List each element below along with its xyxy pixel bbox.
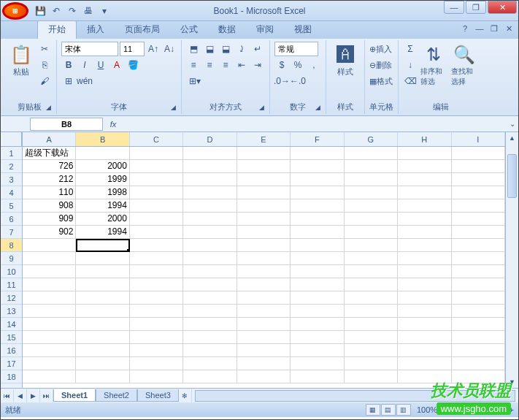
cell-B6[interactable]: 2000 <box>76 213 129 226</box>
cell-E6[interactable] <box>237 213 291 226</box>
cell-B11[interactable] <box>76 278 129 291</box>
cell-B7[interactable]: 1994 <box>76 226 129 239</box>
row-header-3[interactable]: 3 <box>1 173 22 186</box>
cell-B5[interactable]: 1994 <box>76 199 129 213</box>
cell-H11[interactable] <box>398 278 451 291</box>
cell-E11[interactable] <box>237 278 291 291</box>
wrap-text-icon[interactable]: ↵ <box>250 42 265 56</box>
cell-C17[interactable] <box>130 357 183 370</box>
percent-icon[interactable]: % <box>291 58 305 72</box>
cell-A17[interactable] <box>23 357 76 370</box>
cell-F3[interactable] <box>291 173 344 186</box>
cell-C10[interactable] <box>130 265 183 278</box>
cell-B10[interactable] <box>76 265 129 278</box>
underline-button[interactable]: U <box>93 58 108 72</box>
cell-F15[interactable] <box>291 331 344 344</box>
ribbon-tab-3[interactable]: 公式 <box>170 20 208 39</box>
row-header-1[interactable]: 1 <box>1 147 22 160</box>
row-header-18[interactable]: 18 <box>1 370 22 383</box>
ribbon-tab-1[interactable]: 插入 <box>77 20 115 39</box>
font-color-icon[interactable]: A <box>109 58 124 72</box>
cell-A5[interactable]: 908 <box>23 199 76 213</box>
cell-D3[interactable] <box>183 173 237 186</box>
clipboard-launcher[interactable]: ◢ <box>46 104 55 112</box>
page-layout-view-icon[interactable]: ▤ <box>381 404 396 416</box>
cell-D9[interactable] <box>183 252 237 265</box>
horizontal-scrollbar[interactable] <box>195 390 515 402</box>
save-icon[interactable]: 💾 <box>33 4 47 18</box>
formula-bar-expand[interactable]: ⌄ <box>507 120 518 128</box>
cell-G4[interactable] <box>345 186 398 199</box>
fill-color-icon[interactable]: 🪣 <box>126 58 140 72</box>
cell-C6[interactable] <box>130 213 183 226</box>
row-header-12[interactable]: 12 <box>1 291 22 305</box>
copy-icon[interactable]: ⎘ <box>37 58 52 72</box>
col-header-I[interactable]: I <box>452 132 505 146</box>
cell-H16[interactable] <box>398 344 451 357</box>
cell-B9[interactable] <box>76 252 129 265</box>
cell-B12[interactable] <box>76 291 129 305</box>
cell-G11[interactable] <box>345 278 398 291</box>
merge-cells-icon[interactable]: ⊞▾ <box>186 74 204 88</box>
cell-H18[interactable] <box>398 370 451 383</box>
cell-F17[interactable] <box>291 357 344 370</box>
print-icon[interactable]: 🖶 <box>81 4 96 18</box>
zoom-level[interactable]: 100% <box>417 405 437 414</box>
name-box[interactable]: B8 <box>30 118 103 131</box>
cell-I1[interactable] <box>452 147 505 160</box>
row-header-10[interactable]: 10 <box>1 265 22 278</box>
cell-H14[interactable] <box>398 318 451 331</box>
cell-D14[interactable] <box>183 318 237 331</box>
row-header-16[interactable]: 16 <box>1 344 22 357</box>
cell-B2[interactable]: 2000 <box>76 160 129 173</box>
cell-F1[interactable] <box>291 147 344 160</box>
zoom-slider[interactable] <box>448 408 507 411</box>
alignment-launcher[interactable]: ◢ <box>259 104 268 112</box>
phonetic-icon[interactable]: wén <box>77 74 92 88</box>
align-left-icon[interactable]: ≡ <box>186 58 201 72</box>
cell-G16[interactable] <box>345 344 398 357</box>
cell-G8[interactable] <box>345 239 398 252</box>
cell-F18[interactable] <box>291 370 344 383</box>
sheet-next-icon[interactable]: ▶ <box>27 389 40 402</box>
col-header-E[interactable]: E <box>237 132 291 146</box>
cell-I5[interactable] <box>452 199 505 213</box>
cell-D17[interactable] <box>183 357 237 370</box>
cell-I2[interactable] <box>452 160 505 173</box>
cell-G18[interactable] <box>345 370 398 383</box>
align-center-icon[interactable]: ≡ <box>202 58 217 72</box>
find-select-button[interactable]: 🔍 查找和选择 <box>450 42 479 88</box>
cell-F4[interactable] <box>291 186 344 199</box>
shrink-font-icon[interactable]: A↓ <box>162 42 177 56</box>
grow-font-icon[interactable]: A↑ <box>146 42 161 56</box>
cell-B1[interactable] <box>76 147 129 160</box>
cell-A13[interactable] <box>23 305 76 318</box>
cell-I6[interactable] <box>452 213 505 226</box>
cell-C18[interactable] <box>130 370 183 383</box>
cell-C1[interactable] <box>130 147 183 160</box>
cell-I13[interactable] <box>452 305 505 318</box>
cell-C12[interactable] <box>130 291 183 305</box>
font-launcher[interactable]: ◢ <box>171 104 180 112</box>
cell-H4[interactable] <box>398 186 451 199</box>
scroll-up-icon[interactable]: ▲ <box>506 132 518 144</box>
sheet-first-icon[interactable]: ⏮ <box>1 389 14 402</box>
cell-I16[interactable] <box>452 344 505 357</box>
cell-E12[interactable] <box>237 291 291 305</box>
cell-E1[interactable] <box>237 147 291 160</box>
row-header-8[interactable]: 8 <box>1 239 22 252</box>
cell-F7[interactable] <box>291 226 344 239</box>
cell-F8[interactable] <box>291 239 344 252</box>
cell-H1[interactable] <box>398 147 451 160</box>
fill-icon[interactable]: ↓ <box>403 58 418 72</box>
row-header-6[interactable]: 6 <box>1 213 22 226</box>
col-header-A[interactable]: A <box>23 132 76 146</box>
cell-H7[interactable] <box>398 226 451 239</box>
col-header-B[interactable]: B <box>76 132 129 146</box>
cell-G10[interactable] <box>345 265 398 278</box>
cell-I3[interactable] <box>452 173 505 186</box>
cell-H5[interactable] <box>398 199 451 213</box>
cell-H9[interactable] <box>398 252 451 265</box>
cell-F14[interactable] <box>291 318 344 331</box>
decrease-indent-icon[interactable]: ⇤ <box>234 58 249 72</box>
